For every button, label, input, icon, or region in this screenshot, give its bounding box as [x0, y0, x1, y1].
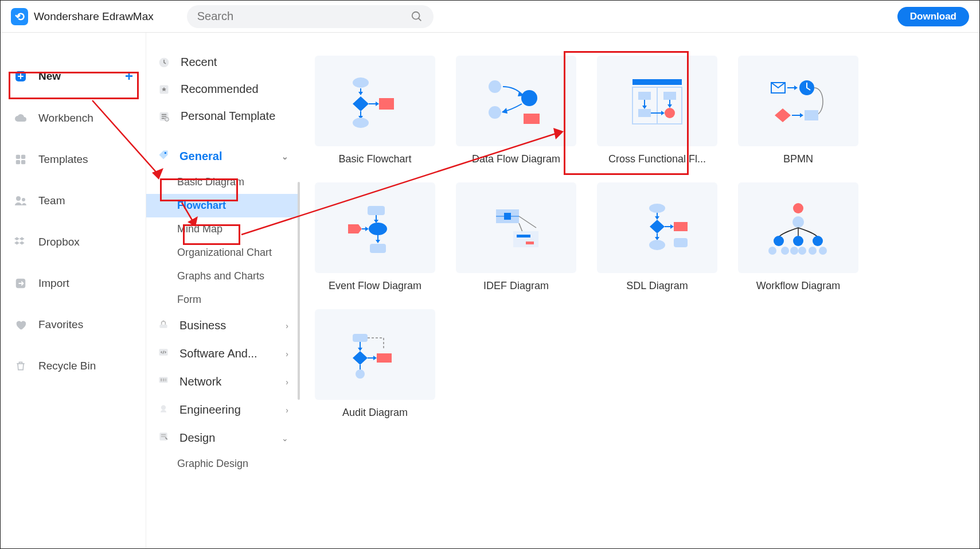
- cat-recent[interactable]: Recent: [146, 49, 300, 76]
- chevron-right-icon: ›: [286, 349, 288, 359]
- template-bpmn[interactable]: BPMN: [738, 56, 858, 165]
- sidebar-label: Dropbox: [38, 236, 80, 248]
- cat-group-network[interactable]: Network ›: [146, 368, 300, 396]
- svg-rect-35: [524, 114, 540, 124]
- cat-label: Recent: [181, 56, 217, 69]
- sub-basic-diagram[interactable]: Basic Diagram: [146, 170, 300, 194]
- cat-label: General: [179, 150, 222, 163]
- svg-marker-50: [800, 113, 803, 118]
- sidebar-item-templates[interactable]: Templates: [1, 144, 146, 175]
- svg-marker-47: [794, 85, 798, 90]
- svg-marker-56: [376, 240, 380, 243]
- cat-group-general[interactable]: General ⌄: [146, 142, 300, 170]
- svg-rect-88: [377, 353, 392, 363]
- svg-marker-86: [353, 351, 368, 365]
- template-label: SDL Diagram: [626, 280, 688, 292]
- cat-label: Recommended: [181, 83, 259, 96]
- svg-marker-26: [376, 102, 379, 106]
- sidebar-label: New: [38, 70, 61, 83]
- tag-icon: [158, 149, 169, 163]
- app-logo: ⟲ Wondershare EdrawMax: [11, 8, 154, 25]
- template-thumb: [456, 56, 576, 146]
- import-icon: [13, 276, 28, 291]
- svg-marker-87: [373, 356, 377, 360]
- template-cross-functional[interactable]: Cross Functional Fl...: [597, 56, 717, 165]
- svg-point-7: [16, 196, 21, 201]
- sidebar-item-new[interactable]: New +: [1, 60, 146, 92]
- sidebar-item-team[interactable]: Team: [1, 185, 146, 216]
- sidebar-item-dropbox[interactable]: Dropbox: [1, 227, 146, 258]
- sub-mind-map[interactable]: Mind Map: [146, 217, 300, 241]
- sub-organizational-chart[interactable]: Organizational Chart: [146, 241, 300, 264]
- template-label: BPMN: [783, 153, 813, 165]
- cat-group-software[interactable]: Software And... ›: [146, 340, 300, 368]
- sub-graphs-and-charts[interactable]: Graphs and Charts: [146, 264, 300, 288]
- cat-personal-template[interactable]: Personal Template: [146, 103, 300, 130]
- template-thumb: [597, 182, 717, 273]
- sidebar-item-recycle[interactable]: Recycle Bin: [1, 351, 146, 381]
- chevron-down-icon: ⌄: [282, 152, 288, 161]
- cat-group-design[interactable]: Design ⌄: [146, 424, 300, 452]
- template-label: IDEF Diagram: [483, 280, 549, 292]
- template-event-flow[interactable]: Event Flow Diagram: [315, 182, 435, 292]
- chevron-down-icon: ⌄: [282, 434, 288, 443]
- template-workflow[interactable]: Workflow Diagram: [738, 182, 858, 292]
- svg-rect-57: [370, 244, 386, 253]
- sidebar-item-workbench[interactable]: Workbench: [1, 103, 146, 134]
- template-data-flow[interactable]: Data Flow Diagram: [456, 56, 576, 165]
- svg-marker-45: [661, 111, 665, 115]
- svg-point-75: [774, 236, 784, 246]
- main-content: New + Workbench Templates Team: [1, 33, 979, 548]
- svg-rect-18: [161, 379, 162, 381]
- cat-label: Engineering: [179, 403, 241, 416]
- svg-point-0: [412, 11, 420, 19]
- svg-point-76: [793, 236, 803, 246]
- sub-graphic-design[interactable]: Graphic Design: [146, 452, 300, 476]
- search-input[interactable]: [197, 10, 411, 23]
- trash-icon: [13, 359, 28, 373]
- design-icon: [158, 431, 169, 445]
- cat-group-business[interactable]: Business ›: [146, 312, 300, 340]
- svg-point-77: [813, 236, 823, 246]
- sidebar-item-favorites[interactable]: Favorites: [1, 309, 146, 340]
- svg-rect-84: [353, 334, 368, 342]
- svg-point-32: [521, 90, 537, 106]
- svg-marker-54: [365, 227, 369, 231]
- sidebar-label: Recycle Bin: [38, 360, 96, 372]
- category-panel: Recent Recommended Personal Template Gen…: [146, 33, 300, 548]
- svg-point-83: [819, 247, 827, 255]
- app-title: Wondershare EdrawMax: [34, 10, 154, 23]
- svg-point-13: [165, 117, 169, 121]
- download-button[interactable]: Download: [897, 7, 969, 26]
- svg-marker-67: [670, 224, 674, 229]
- search-field[interactable]: [187, 5, 434, 28]
- templates-icon: [13, 152, 28, 167]
- template-label: Audit Diagram: [342, 407, 408, 419]
- cat-label: Software And...: [179, 347, 257, 360]
- svg-marker-49: [775, 108, 791, 122]
- svg-rect-41: [638, 109, 651, 117]
- top-bar: ⟲ Wondershare EdrawMax Download: [1, 1, 979, 33]
- new-icon: [13, 69, 28, 84]
- svg-point-64: [649, 204, 665, 213]
- svg-point-80: [790, 247, 798, 255]
- svg-point-55: [369, 223, 387, 235]
- cat-label: Network: [179, 375, 221, 388]
- engineering-icon: [158, 403, 169, 417]
- svg-point-82: [809, 247, 817, 255]
- sub-flowchart[interactable]: Flowchart: [146, 194, 300, 217]
- template-label: Basic Flowchart: [338, 153, 411, 165]
- cat-recommended[interactable]: Recommended: [146, 76, 300, 103]
- template-audit[interactable]: Audit Diagram: [315, 309, 435, 419]
- svg-rect-6: [21, 160, 25, 164]
- network-icon: [158, 375, 169, 389]
- svg-point-23: [353, 77, 369, 88]
- cat-group-engineering[interactable]: Engineering ›: [146, 396, 300, 424]
- template-sdl[interactable]: SDL Diagram: [597, 182, 717, 292]
- template-idef[interactable]: IDEF Diagram: [456, 182, 576, 292]
- chevron-right-icon: ›: [286, 406, 288, 415]
- template-basic-flowchart[interactable]: Basic Flowchart: [315, 56, 435, 165]
- sub-form[interactable]: Form: [146, 288, 300, 312]
- svg-rect-27: [379, 98, 394, 110]
- sidebar-item-import[interactable]: Import: [1, 268, 146, 299]
